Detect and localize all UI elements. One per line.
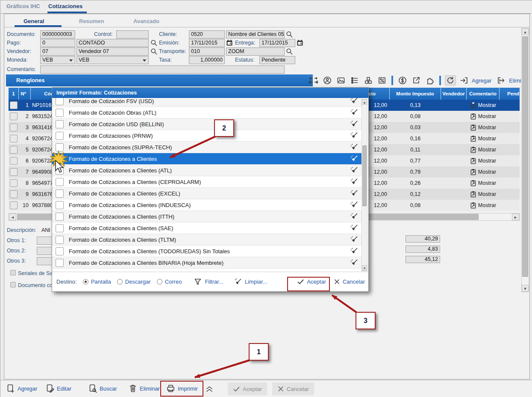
row-select-cell[interactable] xyxy=(9,135,19,142)
format-list-item[interactable]: Formato de Cotización Obras (ATL) xyxy=(52,107,362,119)
puzzle-icon[interactable] xyxy=(424,75,435,86)
documento-checkbox[interactable] xyxy=(10,282,16,287)
cliente-name-field[interactable]: Nombre del Clientes 052 xyxy=(226,30,285,39)
otros2-field[interactable] xyxy=(37,247,54,255)
export-row-icon[interactable] xyxy=(496,75,507,86)
row-select-cell[interactable] xyxy=(9,146,19,154)
renglones-agregar-button[interactable]: Agregar xyxy=(472,77,491,84)
scroll-down-icon[interactable]: ▼ xyxy=(362,265,367,271)
dollar-icon[interactable] xyxy=(397,75,408,86)
row-checkbox[interactable] xyxy=(10,124,18,131)
row-comentario-button[interactable]: Mostrar xyxy=(467,146,500,153)
row-checkbox[interactable] xyxy=(10,190,18,198)
row-checkbox[interactable] xyxy=(10,168,18,176)
transporte-search-icon[interactable] xyxy=(285,47,294,56)
format-checkbox[interactable] xyxy=(56,201,64,209)
format-checkbox[interactable] xyxy=(56,224,64,232)
buscar-button[interactable]: Buscar xyxy=(88,384,117,393)
row-comentario-button[interactable]: Mostrar xyxy=(467,135,500,142)
format-checkbox[interactable] xyxy=(56,98,64,105)
row-select-cell[interactable] xyxy=(9,101,19,109)
destino-descargar-radio[interactable]: Descargar xyxy=(117,278,151,285)
dialog-scrollbar[interactable]: ▲ ▼ xyxy=(362,99,367,271)
image-icon[interactable] xyxy=(335,75,347,86)
format-list-item[interactable]: Formato de Cotizaciones a Clientes BINAR… xyxy=(52,257,362,269)
otros3-field[interactable] xyxy=(37,257,54,265)
filtrar-button[interactable]: Filtrar... xyxy=(194,278,223,286)
destino-correo-radio[interactable]: Correo xyxy=(157,278,182,285)
format-list-item[interactable]: Formato de Cotizaciones a Clientes (INDU… xyxy=(52,199,362,211)
control-field[interactable] xyxy=(116,30,149,39)
format-list-item[interactable]: Formato de Cotizaciones a Clientes (TODO… xyxy=(52,246,362,257)
format-list-item[interactable]: Formato de Cotizaciones (SUPRA-TECH) xyxy=(52,142,362,153)
row-comentario-button[interactable]: Mostrar xyxy=(467,169,500,175)
format-list-item[interactable]: Formato de Cotizaciones a Clientes (SAE) xyxy=(52,222,362,234)
row-comentario-button[interactable]: Mostrar xyxy=(467,157,500,164)
col-select[interactable]: 1 xyxy=(9,88,19,100)
row-checkbox[interactable] xyxy=(10,179,18,187)
imprimir-button[interactable]: Imprimir xyxy=(166,384,198,393)
dialog-aceptar-button[interactable]: Aceptar xyxy=(291,276,332,288)
vendedor-search-icon[interactable] xyxy=(150,47,158,56)
row-checkbox[interactable] xyxy=(10,135,18,142)
documento-field[interactable]: 0000000003 xyxy=(40,30,75,39)
pallet-icon[interactable] xyxy=(363,75,374,86)
vscroll-thumb[interactable] xyxy=(522,36,528,277)
format-checkbox[interactable] xyxy=(56,190,64,198)
transporte-code-field[interactable]: 010 xyxy=(189,47,225,56)
pago-name-field[interactable]: CONTADO xyxy=(76,39,149,47)
list-icon[interactable] xyxy=(349,75,360,86)
row-select-cell[interactable] xyxy=(9,168,19,176)
scroll-up-icon[interactable]: ▲ xyxy=(522,28,529,35)
col-comentario[interactable]: Comentario xyxy=(467,88,500,100)
pago-code-field[interactable]: 0 xyxy=(40,39,75,47)
format-list-item[interactable]: Formato de Cotizaciones a Clientes (ATL) xyxy=(52,165,362,176)
scroll-down-icon[interactable]: ▼ xyxy=(522,285,529,292)
row-comentario-button[interactable]: Mostrar xyxy=(467,102,500,109)
col-pendiente[interactable]: Pendiente xyxy=(500,88,520,100)
format-checkbox[interactable] xyxy=(56,178,64,186)
tab-graficos-ihc[interactable]: Gráficos IHC xyxy=(6,3,40,9)
tab-cotizaciones[interactable]: Cotizaciones xyxy=(48,3,82,9)
format-checkbox[interactable] xyxy=(56,247,64,255)
format-list-item[interactable]: Formato de Cotizaciones a Clientes (TLTM… xyxy=(52,234,362,246)
row-comentario-button[interactable]: Mostrar xyxy=(467,180,500,187)
vendedor-code-field[interactable]: 07 xyxy=(40,47,75,56)
vendedor-name-field[interactable]: Vendedor 07 xyxy=(76,47,149,56)
row-select-cell[interactable] xyxy=(9,124,19,131)
destino-pantalla-radio[interactable]: Pantalla xyxy=(83,278,111,285)
row-checkbox[interactable] xyxy=(10,201,18,209)
panel-vscrollbar[interactable]: ▲ ▼ xyxy=(521,28,529,292)
tab-avanzado[interactable]: Avanzado xyxy=(133,18,159,24)
format-checkbox[interactable] xyxy=(56,259,64,267)
cancelar-button-disabled[interactable]: Cancelar xyxy=(272,382,314,395)
col-numero[interactable]: N° xyxy=(19,88,31,100)
import-row-icon[interactable] xyxy=(459,75,470,86)
format-list-item[interactable]: Formato de Cotización FSV (USD) xyxy=(52,98,362,107)
col-monto-impuesto[interactable]: Monto Impuesto xyxy=(390,88,441,100)
row-checkbox[interactable] xyxy=(10,113,18,120)
person-icon[interactable] xyxy=(322,75,333,86)
dialog-cancelar-button[interactable]: Cancelar xyxy=(334,278,365,285)
pago-search-icon[interactable] xyxy=(150,39,158,47)
cliente-search-icon[interactable] xyxy=(285,30,294,39)
limpiar-button[interactable]: Limpiar... xyxy=(234,278,267,286)
dialog-scroll-thumb[interactable] xyxy=(362,145,367,206)
otros1-field[interactable] xyxy=(37,237,54,245)
transporte-name-field[interactable]: ZOOM xyxy=(226,47,285,56)
tab-general[interactable]: General xyxy=(24,18,44,24)
percent-icon[interactable] xyxy=(376,75,388,86)
moneda-name-select[interactable]: VEB xyxy=(76,56,149,64)
row-checkbox[interactable] xyxy=(10,157,18,165)
eliminar-button[interactable]: Eliminar xyxy=(129,384,160,393)
format-list-item[interactable]: Formato de Cotizaciones (PRNW) xyxy=(52,130,362,142)
scroll-up-icon[interactable]: ▲ xyxy=(362,99,367,105)
format-list-item[interactable]: Formato de Cotizaciones a Clientes (EXCE… xyxy=(52,188,362,199)
refresh-icon[interactable] xyxy=(445,75,456,86)
moneda-code-select[interactable]: VEB xyxy=(40,56,75,64)
cliente-code-field[interactable]: 0520 xyxy=(189,30,225,39)
row-select-cell[interactable] xyxy=(9,179,19,187)
format-checkbox[interactable] xyxy=(56,213,64,221)
format-list-item[interactable]: Formato de Cotizaciones a Clientes (CEPR… xyxy=(52,176,362,188)
format-checkbox[interactable] xyxy=(56,120,64,128)
